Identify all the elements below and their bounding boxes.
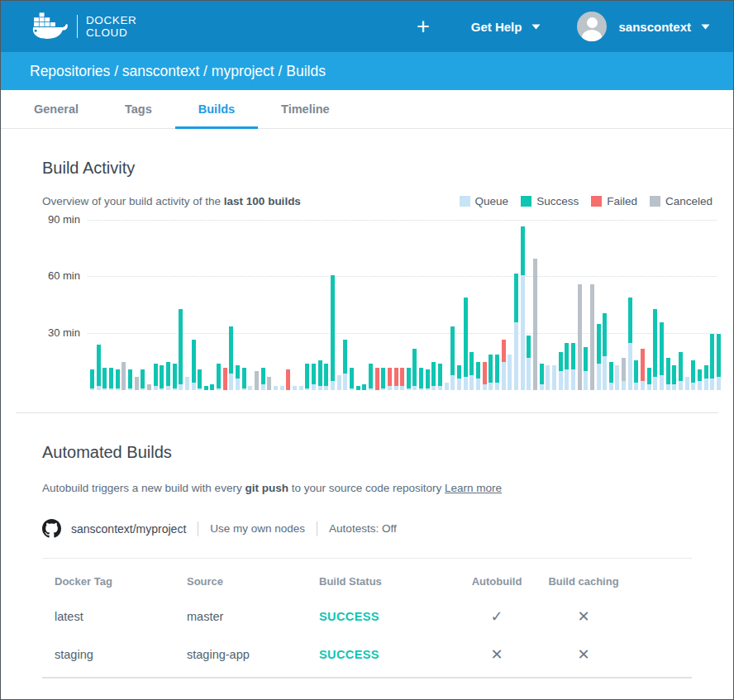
build-bar[interactable]	[141, 369, 145, 390]
build-bar[interactable]	[559, 352, 563, 390]
build-bar[interactable]	[236, 365, 240, 390]
build-bar[interactable]	[280, 386, 284, 390]
breadcrumb[interactable]: Repositories / sanscontext / myproject /…	[1, 52, 733, 90]
build-bar[interactable]	[653, 309, 657, 390]
build-bar[interactable]	[590, 284, 594, 390]
build-bar[interactable]	[179, 309, 183, 390]
docker-cloud-brand[interactable]: DOCKER CLOUD	[29, 12, 136, 41]
build-bar[interactable]	[248, 386, 252, 390]
build-bar[interactable]	[615, 365, 619, 390]
build-bar[interactable]	[597, 324, 601, 390]
build-bar[interactable]	[514, 274, 518, 390]
build-bar[interactable]	[483, 362, 487, 390]
build-bar[interactable]	[160, 365, 164, 390]
autotests-status[interactable]: Autotests: Off	[329, 522, 397, 535]
build-bar[interactable]	[255, 371, 259, 390]
build-bar[interactable]	[489, 355, 493, 390]
own-nodes-option[interactable]: Use my own nodes	[210, 522, 305, 535]
autobuild-check-icon[interactable]: ✓	[468, 607, 526, 626]
build-bar[interactable]	[533, 259, 537, 390]
build-bar[interactable]	[388, 368, 392, 390]
build-bar[interactable]	[293, 386, 297, 390]
build-bar[interactable]	[565, 343, 569, 390]
build-bar[interactable]	[431, 362, 436, 390]
build-bar[interactable]	[166, 362, 170, 390]
build-bar[interactable]	[502, 340, 506, 390]
build-bar[interactable]	[318, 360, 322, 390]
build-bar[interactable]	[324, 364, 328, 390]
create-plus-button[interactable]: +	[412, 16, 435, 38]
build-bar[interactable]	[552, 365, 556, 390]
build-bar[interactable]	[210, 384, 214, 390]
build-bar[interactable]	[109, 368, 113, 390]
build-bar[interactable]	[369, 364, 373, 390]
build-bar[interactable]	[312, 364, 316, 390]
build-bar[interactable]	[198, 369, 202, 390]
build-bar[interactable]	[192, 340, 196, 390]
user-menu[interactable]: sanscontext	[618, 20, 710, 34]
tab-timeline[interactable]: Timeline	[258, 90, 353, 128]
build-bar[interactable]	[267, 377, 271, 390]
build-bar[interactable]	[698, 369, 702, 390]
build-bar[interactable]	[375, 368, 379, 390]
build-bar[interactable]	[154, 364, 158, 390]
build-bar[interactable]	[704, 365, 708, 390]
build-bar[interactable]	[362, 384, 366, 390]
build-bar[interactable]	[584, 347, 588, 390]
build-bar[interactable]	[217, 364, 221, 390]
build-bar[interactable]	[419, 368, 423, 390]
build-bar[interactable]	[331, 275, 335, 390]
build-bar[interactable]	[185, 377, 189, 390]
build-bar[interactable]	[628, 298, 632, 390]
autobuild-cross-icon[interactable]: ✕	[468, 645, 526, 664]
build-bar[interactable]	[603, 313, 607, 390]
cell-build-status[interactable]: SUCCESS	[319, 610, 468, 623]
build-bar[interactable]	[660, 322, 664, 390]
build-bar[interactable]	[546, 365, 550, 390]
build-bar[interactable]	[495, 355, 499, 390]
build-bar[interactable]	[710, 334, 714, 390]
build-bar[interactable]	[521, 226, 525, 390]
learn-more-link[interactable]: Learn more	[445, 482, 502, 494]
build-bar[interactable]	[394, 368, 398, 390]
get-help-menu[interactable]: Get Help	[471, 20, 541, 34]
build-bar[interactable]	[508, 355, 512, 390]
build-bar[interactable]	[578, 284, 582, 390]
build-bar[interactable]	[97, 345, 101, 390]
build-bar[interactable]	[286, 369, 290, 390]
build-bar[interactable]	[457, 365, 461, 390]
build-bar[interactable]	[450, 326, 455, 390]
build-bar[interactable]	[426, 369, 430, 390]
build-bar[interactable]	[641, 349, 645, 390]
build-bar[interactable]	[717, 334, 721, 390]
build-bar[interactable]	[229, 326, 233, 390]
build-bar[interactable]	[242, 368, 246, 390]
build-bar[interactable]	[223, 368, 227, 390]
build-bar[interactable]	[672, 365, 676, 390]
build-bar[interactable]	[147, 384, 151, 390]
build-bar[interactable]	[691, 360, 695, 390]
build-bar[interactable]	[469, 352, 474, 390]
build-bar[interactable]	[135, 377, 139, 390]
tab-general[interactable]: General	[11, 90, 102, 128]
build-bar[interactable]	[571, 343, 575, 390]
build-bar[interactable]	[540, 364, 544, 390]
build-bar[interactable]	[464, 298, 468, 390]
build-caching-cross-icon[interactable]: ✕	[526, 645, 641, 664]
build-bar[interactable]	[647, 368, 651, 390]
build-bar[interactable]	[350, 368, 354, 390]
build-bar[interactable]	[356, 386, 360, 390]
build-bar[interactable]	[609, 362, 613, 390]
build-bar[interactable]	[381, 368, 385, 390]
cell-build-status[interactable]: SUCCESS	[319, 648, 468, 661]
build-bar[interactable]	[337, 375, 341, 390]
build-bar[interactable]	[412, 349, 417, 390]
build-bar[interactable]	[634, 360, 638, 390]
build-bar[interactable]	[400, 368, 404, 390]
build-bar[interactable]	[102, 368, 107, 390]
build-bar[interactable]	[407, 368, 411, 390]
build-bar[interactable]	[274, 386, 278, 390]
tab-tags[interactable]: Tags	[102, 90, 175, 128]
user-avatar[interactable]	[577, 12, 607, 41]
repo-name[interactable]: sanscontext/myproject	[71, 522, 186, 536]
